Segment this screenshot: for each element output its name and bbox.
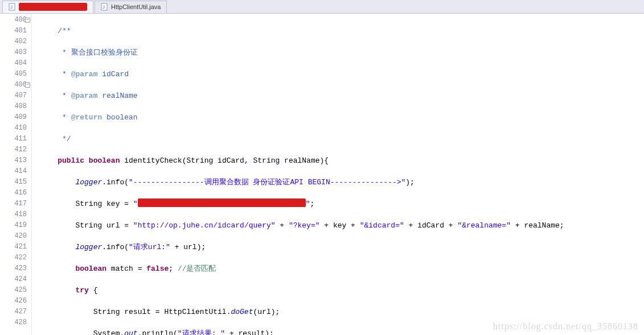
line-number: 402 xyxy=(0,36,27,47)
code-token: .info( xyxy=(102,243,129,251)
line-number: 416 xyxy=(0,188,27,198)
line-number: 406− xyxy=(0,80,27,90)
tab-httpclientutil[interactable]: J HttpClientUtil.java xyxy=(95,1,167,13)
code-token: @param xyxy=(71,70,98,78)
code-token: "&realname=" xyxy=(457,221,511,230)
line-number: 423 xyxy=(0,263,27,274)
code-token: /** xyxy=(58,27,71,35)
code-token: ; xyxy=(310,200,314,208)
line-number-gutter: 400− 401 402 403 404 405 406− 407 408 40… xyxy=(0,14,32,335)
code-token: "----------------调用聚合数据 身份证验证API BEGIN--… xyxy=(129,178,405,187)
line-number: 405 xyxy=(0,69,27,80)
line-number: 404 xyxy=(0,58,27,69)
java-file-icon: J xyxy=(9,3,17,11)
line-number: 426 xyxy=(0,296,27,307)
redacted-block xyxy=(19,3,87,11)
code-token: .println( xyxy=(138,329,178,335)
code-token: ; xyxy=(169,264,178,273)
line-number: 427 xyxy=(0,307,27,317)
line-number: 407 xyxy=(0,90,27,101)
code-token: + url); xyxy=(170,243,206,251)
line-number: 417 xyxy=(0,198,27,209)
code-token: .info( xyxy=(102,178,129,187)
code-token: + xyxy=(275,221,288,230)
line-number: 425 xyxy=(0,285,27,296)
code-token: idCard xyxy=(97,70,129,78)
code-token: String result = HttpClientUtil. xyxy=(93,308,231,316)
redacted-block xyxy=(138,198,306,207)
code-token: try xyxy=(75,286,88,295)
code-token: realName xyxy=(97,92,137,100)
code-token: System. xyxy=(93,329,125,335)
line-number: 403 xyxy=(0,47,27,58)
line-number: 420 xyxy=(0,231,27,242)
tab-label: HttpClientUtil.java xyxy=(111,3,161,10)
code-token: + realName; xyxy=(511,221,564,230)
line-number: 424 xyxy=(0,274,27,285)
line-number: 415 xyxy=(0,177,27,188)
code-token: "请求结果: " xyxy=(178,329,225,335)
line-number: 412 xyxy=(0,144,27,155)
code-token: public xyxy=(58,156,84,165)
code-token: (url); xyxy=(253,308,280,316)
code-token: */ xyxy=(58,135,71,143)
line-number: 419 xyxy=(0,220,27,231)
code-token: boolean xyxy=(102,113,137,122)
editor-tab-bar: J J HttpClientUtil.java xyxy=(0,0,644,14)
code-token: match = xyxy=(106,264,146,273)
code-token: @return xyxy=(71,113,102,122)
code-token: @param xyxy=(71,92,98,100)
line-number: 410 xyxy=(0,123,27,134)
watermark-text: https://blog.csdn.net/qq_35860138 xyxy=(493,321,638,332)
line-number: 401 xyxy=(0,26,27,36)
line-number: 421 xyxy=(0,242,27,253)
code-token: out xyxy=(124,329,137,335)
code-token: + result); xyxy=(225,329,274,335)
code-token: * 聚合接口校验身份证 xyxy=(58,48,137,57)
line-number: 418 xyxy=(0,209,27,220)
svg-text:J: J xyxy=(102,5,105,10)
line-number: 409 xyxy=(0,112,27,123)
code-token: String key = xyxy=(75,200,133,208)
code-token: ); xyxy=(405,178,415,187)
tab-redacted[interactable]: J xyxy=(2,1,93,13)
code-token: "http://op.juhe.cn/idcard/query" xyxy=(133,221,276,230)
java-file-icon: J xyxy=(101,3,109,11)
code-token: boolean xyxy=(89,156,120,165)
code-area[interactable]: /** * 聚合接口校验身份证 * @param idCard * @param… xyxy=(32,14,644,335)
code-token: doGet xyxy=(231,308,253,316)
fold-icon[interactable]: − xyxy=(25,18,30,23)
svg-text:J: J xyxy=(10,5,13,10)
line-number: 413 xyxy=(0,155,27,166)
line-number: 422 xyxy=(0,253,27,263)
line-number: 411 xyxy=(0,134,27,144)
line-number: 408 xyxy=(0,101,27,112)
code-token: { xyxy=(89,286,98,295)
code-token: + idCard + xyxy=(404,221,458,230)
code-editor: 400− 401 402 403 404 405 406− 407 408 40… xyxy=(0,14,644,335)
line-number: 400− xyxy=(0,15,27,26)
code-token: false xyxy=(146,264,169,273)
line-number: 428 xyxy=(0,317,27,328)
code-token: boolean xyxy=(75,264,106,273)
code-token: logger xyxy=(75,178,102,187)
fold-icon[interactable]: − xyxy=(25,82,30,88)
code-token: "&idcard=" xyxy=(360,221,404,230)
code-token: //是否匹配 xyxy=(178,264,216,273)
code-token: " xyxy=(133,200,138,208)
code-token: logger xyxy=(75,243,102,251)
code-token: "?key=" xyxy=(289,221,320,230)
code-token: "请求url:" xyxy=(129,243,170,251)
line-number: 414 xyxy=(0,166,27,177)
code-token: + key + xyxy=(320,221,360,230)
code-token: String url = xyxy=(75,221,133,230)
code-token: identityCheck(String idCard, String real… xyxy=(120,156,329,165)
